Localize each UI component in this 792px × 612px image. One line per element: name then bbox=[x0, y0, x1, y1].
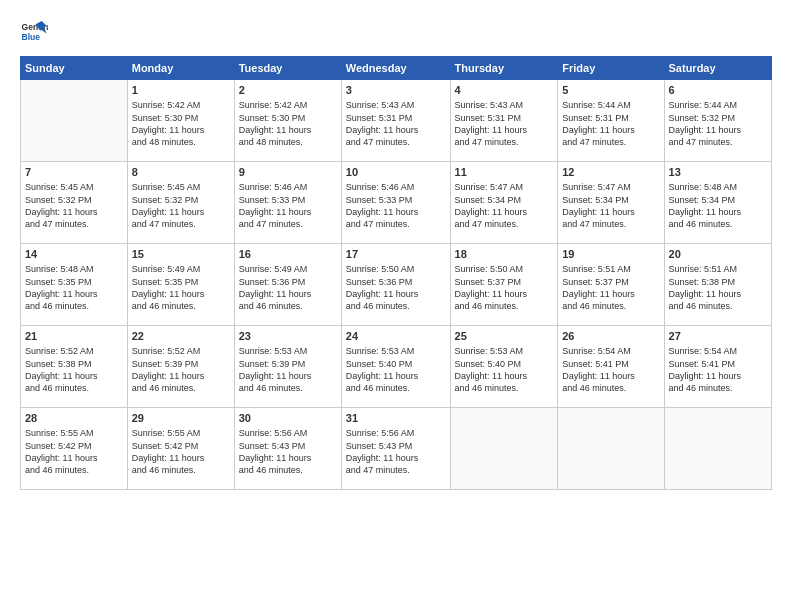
calendar-cell: 19Sunrise: 5:51 AM Sunset: 5:37 PM Dayli… bbox=[558, 244, 664, 326]
day-number: 5 bbox=[562, 83, 659, 98]
calendar-cell: 25Sunrise: 5:53 AM Sunset: 5:40 PM Dayli… bbox=[450, 326, 558, 408]
day-number: 20 bbox=[669, 247, 767, 262]
calendar-cell bbox=[558, 408, 664, 490]
calendar-cell: 5Sunrise: 5:44 AM Sunset: 5:31 PM Daylig… bbox=[558, 80, 664, 162]
calendar-cell: 12Sunrise: 5:47 AM Sunset: 5:34 PM Dayli… bbox=[558, 162, 664, 244]
day-detail: Sunrise: 5:52 AM Sunset: 5:38 PM Dayligh… bbox=[25, 345, 123, 394]
calendar-cell: 10Sunrise: 5:46 AM Sunset: 5:33 PM Dayli… bbox=[341, 162, 450, 244]
day-detail: Sunrise: 5:47 AM Sunset: 5:34 PM Dayligh… bbox=[455, 181, 554, 230]
calendar-body: 1Sunrise: 5:42 AM Sunset: 5:30 PM Daylig… bbox=[21, 80, 772, 490]
day-number: 21 bbox=[25, 329, 123, 344]
day-number: 7 bbox=[25, 165, 123, 180]
day-number: 30 bbox=[239, 411, 337, 426]
calendar-cell: 1Sunrise: 5:42 AM Sunset: 5:30 PM Daylig… bbox=[127, 80, 234, 162]
day-detail: Sunrise: 5:42 AM Sunset: 5:30 PM Dayligh… bbox=[239, 99, 337, 148]
day-detail: Sunrise: 5:45 AM Sunset: 5:32 PM Dayligh… bbox=[132, 181, 230, 230]
calendar-cell: 21Sunrise: 5:52 AM Sunset: 5:38 PM Dayli… bbox=[21, 326, 128, 408]
col-header-friday: Friday bbox=[558, 57, 664, 80]
calendar-cell: 23Sunrise: 5:53 AM Sunset: 5:39 PM Dayli… bbox=[234, 326, 341, 408]
calendar-cell: 6Sunrise: 5:44 AM Sunset: 5:32 PM Daylig… bbox=[664, 80, 771, 162]
day-detail: Sunrise: 5:43 AM Sunset: 5:31 PM Dayligh… bbox=[455, 99, 554, 148]
day-number: 17 bbox=[346, 247, 446, 262]
calendar-header-row: SundayMondayTuesdayWednesdayThursdayFrid… bbox=[21, 57, 772, 80]
week-row-4: 28Sunrise: 5:55 AM Sunset: 5:42 PM Dayli… bbox=[21, 408, 772, 490]
day-number: 25 bbox=[455, 329, 554, 344]
calendar-cell: 13Sunrise: 5:48 AM Sunset: 5:34 PM Dayli… bbox=[664, 162, 771, 244]
col-header-tuesday: Tuesday bbox=[234, 57, 341, 80]
col-header-monday: Monday bbox=[127, 57, 234, 80]
day-number: 23 bbox=[239, 329, 337, 344]
calendar-cell: 28Sunrise: 5:55 AM Sunset: 5:42 PM Dayli… bbox=[21, 408, 128, 490]
week-row-2: 14Sunrise: 5:48 AM Sunset: 5:35 PM Dayli… bbox=[21, 244, 772, 326]
day-detail: Sunrise: 5:50 AM Sunset: 5:37 PM Dayligh… bbox=[455, 263, 554, 312]
day-number: 16 bbox=[239, 247, 337, 262]
calendar-cell: 15Sunrise: 5:49 AM Sunset: 5:35 PM Dayli… bbox=[127, 244, 234, 326]
week-row-3: 21Sunrise: 5:52 AM Sunset: 5:38 PM Dayli… bbox=[21, 326, 772, 408]
col-header-wednesday: Wednesday bbox=[341, 57, 450, 80]
day-detail: Sunrise: 5:49 AM Sunset: 5:36 PM Dayligh… bbox=[239, 263, 337, 312]
calendar-cell: 8Sunrise: 5:45 AM Sunset: 5:32 PM Daylig… bbox=[127, 162, 234, 244]
day-number: 10 bbox=[346, 165, 446, 180]
calendar-cell bbox=[450, 408, 558, 490]
calendar-cell bbox=[664, 408, 771, 490]
calendar-cell: 17Sunrise: 5:50 AM Sunset: 5:36 PM Dayli… bbox=[341, 244, 450, 326]
day-detail: Sunrise: 5:55 AM Sunset: 5:42 PM Dayligh… bbox=[132, 427, 230, 476]
day-detail: Sunrise: 5:53 AM Sunset: 5:40 PM Dayligh… bbox=[346, 345, 446, 394]
col-header-sunday: Sunday bbox=[21, 57, 128, 80]
day-detail: Sunrise: 5:42 AM Sunset: 5:30 PM Dayligh… bbox=[132, 99, 230, 148]
day-number: 14 bbox=[25, 247, 123, 262]
day-detail: Sunrise: 5:48 AM Sunset: 5:34 PM Dayligh… bbox=[669, 181, 767, 230]
day-number: 8 bbox=[132, 165, 230, 180]
day-number: 2 bbox=[239, 83, 337, 98]
page: General Blue SundayMondayTuesdayWednesda… bbox=[0, 0, 792, 612]
day-detail: Sunrise: 5:43 AM Sunset: 5:31 PM Dayligh… bbox=[346, 99, 446, 148]
day-number: 24 bbox=[346, 329, 446, 344]
day-detail: Sunrise: 5:53 AM Sunset: 5:39 PM Dayligh… bbox=[239, 345, 337, 394]
day-detail: Sunrise: 5:46 AM Sunset: 5:33 PM Dayligh… bbox=[239, 181, 337, 230]
calendar-cell: 31Sunrise: 5:56 AM Sunset: 5:43 PM Dayli… bbox=[341, 408, 450, 490]
calendar-cell: 24Sunrise: 5:53 AM Sunset: 5:40 PM Dayli… bbox=[341, 326, 450, 408]
day-detail: Sunrise: 5:45 AM Sunset: 5:32 PM Dayligh… bbox=[25, 181, 123, 230]
day-detail: Sunrise: 5:47 AM Sunset: 5:34 PM Dayligh… bbox=[562, 181, 659, 230]
day-detail: Sunrise: 5:54 AM Sunset: 5:41 PM Dayligh… bbox=[562, 345, 659, 394]
day-detail: Sunrise: 5:44 AM Sunset: 5:31 PM Dayligh… bbox=[562, 99, 659, 148]
calendar-table: SundayMondayTuesdayWednesdayThursdayFrid… bbox=[20, 56, 772, 490]
day-number: 3 bbox=[346, 83, 446, 98]
day-number: 6 bbox=[669, 83, 767, 98]
header: General Blue bbox=[20, 18, 772, 46]
day-detail: Sunrise: 5:49 AM Sunset: 5:35 PM Dayligh… bbox=[132, 263, 230, 312]
day-number: 31 bbox=[346, 411, 446, 426]
day-number: 9 bbox=[239, 165, 337, 180]
day-detail: Sunrise: 5:46 AM Sunset: 5:33 PM Dayligh… bbox=[346, 181, 446, 230]
day-number: 28 bbox=[25, 411, 123, 426]
day-number: 13 bbox=[669, 165, 767, 180]
day-number: 22 bbox=[132, 329, 230, 344]
day-number: 27 bbox=[669, 329, 767, 344]
day-number: 12 bbox=[562, 165, 659, 180]
calendar-cell: 27Sunrise: 5:54 AM Sunset: 5:41 PM Dayli… bbox=[664, 326, 771, 408]
day-detail: Sunrise: 5:52 AM Sunset: 5:39 PM Dayligh… bbox=[132, 345, 230, 394]
calendar-cell: 2Sunrise: 5:42 AM Sunset: 5:30 PM Daylig… bbox=[234, 80, 341, 162]
calendar-cell: 7Sunrise: 5:45 AM Sunset: 5:32 PM Daylig… bbox=[21, 162, 128, 244]
day-number: 19 bbox=[562, 247, 659, 262]
day-number: 15 bbox=[132, 247, 230, 262]
calendar-cell: 29Sunrise: 5:55 AM Sunset: 5:42 PM Dayli… bbox=[127, 408, 234, 490]
calendar-cell: 26Sunrise: 5:54 AM Sunset: 5:41 PM Dayli… bbox=[558, 326, 664, 408]
week-row-1: 7Sunrise: 5:45 AM Sunset: 5:32 PM Daylig… bbox=[21, 162, 772, 244]
col-header-saturday: Saturday bbox=[664, 57, 771, 80]
day-detail: Sunrise: 5:48 AM Sunset: 5:35 PM Dayligh… bbox=[25, 263, 123, 312]
calendar-cell bbox=[21, 80, 128, 162]
calendar-cell: 4Sunrise: 5:43 AM Sunset: 5:31 PM Daylig… bbox=[450, 80, 558, 162]
calendar-cell: 20Sunrise: 5:51 AM Sunset: 5:38 PM Dayli… bbox=[664, 244, 771, 326]
calendar-cell: 18Sunrise: 5:50 AM Sunset: 5:37 PM Dayli… bbox=[450, 244, 558, 326]
calendar-cell: 11Sunrise: 5:47 AM Sunset: 5:34 PM Dayli… bbox=[450, 162, 558, 244]
day-number: 26 bbox=[562, 329, 659, 344]
day-detail: Sunrise: 5:55 AM Sunset: 5:42 PM Dayligh… bbox=[25, 427, 123, 476]
calendar-cell: 30Sunrise: 5:56 AM Sunset: 5:43 PM Dayli… bbox=[234, 408, 341, 490]
day-number: 29 bbox=[132, 411, 230, 426]
day-number: 18 bbox=[455, 247, 554, 262]
day-number: 11 bbox=[455, 165, 554, 180]
calendar-cell: 9Sunrise: 5:46 AM Sunset: 5:33 PM Daylig… bbox=[234, 162, 341, 244]
day-detail: Sunrise: 5:51 AM Sunset: 5:38 PM Dayligh… bbox=[669, 263, 767, 312]
week-row-0: 1Sunrise: 5:42 AM Sunset: 5:30 PM Daylig… bbox=[21, 80, 772, 162]
